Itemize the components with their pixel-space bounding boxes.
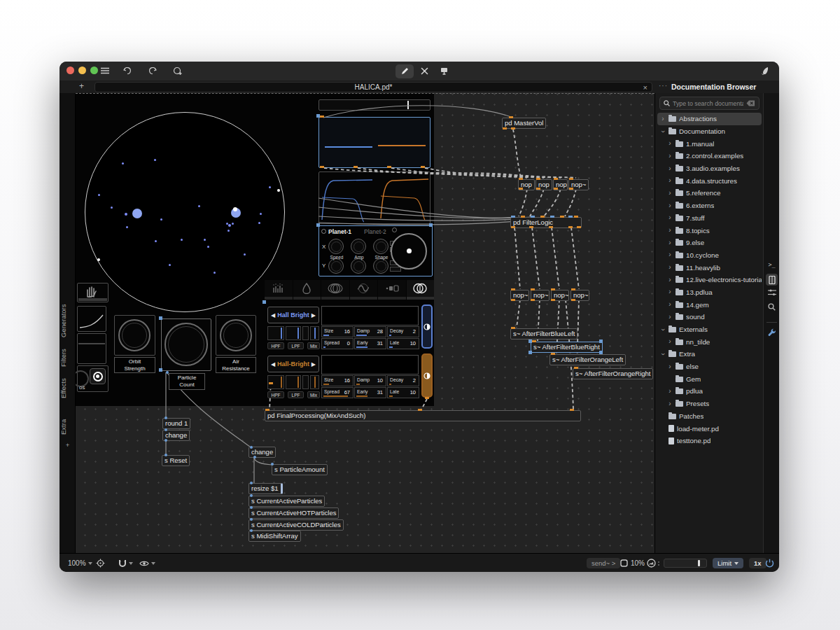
delay-boxes-icon[interactable]	[378, 280, 406, 300]
tree-item-8.topics[interactable]: ›8.topics	[657, 224, 762, 237]
tree-item-5.reference[interactable]: ›5.reference	[657, 187, 762, 200]
tree-item-testtone.pd[interactable]: testtone.pd	[657, 435, 762, 447]
palette-tab-add[interactable]: +	[59, 441, 76, 451]
object-send-currentactivecoldparticles[interactable]: s CurrentActiveCOLDParticles	[248, 519, 344, 531]
object-send-orangeright[interactable]: s~ AfterFilterOrangeRight	[573, 368, 653, 379]
tree-item-11.heavylib[interactable]: ›11.heavylib	[657, 261, 762, 274]
tree-item-else[interactable]: ›else	[657, 360, 762, 373]
param-spread[interactable]: Spread0	[321, 338, 354, 349]
center-canvas-icon[interactable]	[96, 554, 105, 572]
filter-button-lpf[interactable]: LPF	[288, 391, 304, 398]
bang-button[interactable]	[90, 368, 106, 384]
horizontal-slider[interactable]	[318, 99, 430, 111]
chevron-icon[interactable]: ›	[660, 129, 666, 134]
param-damp[interactable]: Damp28	[354, 326, 386, 337]
orbit-strength-knob-panel[interactable]	[114, 315, 155, 356]
dsp-power-icon[interactable]	[765, 554, 774, 572]
search-input[interactable]	[673, 100, 743, 107]
chevron-icon[interactable]: ›	[667, 190, 673, 196]
filter-slider-3[interactable]	[310, 375, 319, 389]
tree-item-Patches[interactable]: Patches	[657, 410, 762, 423]
wave-icon[interactable]	[350, 280, 378, 300]
tree-item-pdlua[interactable]: ›pdlua	[657, 385, 762, 398]
param-decay[interactable]: Decay2	[387, 326, 419, 337]
chevron-icon[interactable]: ›	[667, 277, 673, 283]
preset-next-icon[interactable]: ▶	[312, 312, 316, 318]
object-change-2[interactable]: change	[248, 447, 276, 458]
chevron-icon[interactable]: ›	[660, 351, 666, 357]
object-send-blueleft[interactable]: s~ AfterFilterBlueLeft	[510, 328, 578, 340]
array-graph-2[interactable]	[318, 172, 430, 224]
filter-button-hpf[interactable]: HPF	[267, 391, 284, 398]
console-icon[interactable]: >_	[764, 261, 779, 268]
tree-item-nn_tilde[interactable]: ›nn_tilde	[657, 335, 762, 348]
preset-prev-icon[interactable]: ◀	[271, 312, 275, 318]
preset-prev-icon[interactable]: ◀	[271, 361, 275, 368]
param-damp[interactable]: Damp10	[354, 375, 386, 386]
flat-line-panel[interactable]	[77, 333, 106, 364]
object-change-1[interactable]: change	[162, 430, 190, 441]
param-late[interactable]: Late10	[387, 387, 419, 398]
param-spread[interactable]: Spread67	[321, 387, 354, 398]
tree-item-sound[interactable]: ›sound	[657, 311, 762, 323]
planet2-label[interactable]: Planet-2	[364, 228, 386, 235]
wrench-icon-active[interactable]	[764, 328, 779, 337]
xy-pad[interactable]	[391, 233, 427, 270]
palette-tab-generators[interactable]: Generators	[59, 300, 76, 342]
minimize-window-button[interactable]	[78, 66, 86, 74]
chevron-icon[interactable]: ›	[667, 289, 673, 295]
tab-close-icon[interactable]: ×	[643, 83, 648, 92]
search-panel-icon[interactable]	[764, 303, 779, 311]
chevron-icon[interactable]: ›	[667, 227, 673, 233]
planet1-label[interactable]: Planet-1	[328, 228, 351, 235]
object-nop-4[interactable]: nop~	[568, 179, 589, 190]
tree-item-Documentation[interactable]: ›Documentation	[657, 125, 762, 138]
edit-mode-button[interactable]	[396, 64, 414, 78]
chevron-icon[interactable]: ›	[667, 265, 673, 270]
object-pd-finalprocessing[interactable]: pd FinalProcessing(MixAndSuch)	[265, 410, 581, 421]
air-resistance-knob-panel[interactable]	[216, 315, 256, 356]
object-nop2-1[interactable]: nop~	[510, 290, 529, 301]
chevron-icon[interactable]: ›	[667, 203, 673, 209]
chevron-icon[interactable]: ›	[667, 215, 673, 220]
object-send-reset[interactable]: s Reset	[162, 455, 190, 466]
filter-slider-2[interactable]	[302, 375, 309, 389]
object-nop-1[interactable]: nop	[518, 179, 535, 190]
object-nop2-3[interactable]: nop~	[551, 290, 569, 301]
send-symbol-badge[interactable]: send~ >	[587, 554, 620, 572]
tree-item-Presets[interactable]: ›Presets	[657, 398, 762, 410]
preset-next-icon[interactable]: ▶	[312, 361, 316, 368]
presentation-mode-button[interactable]	[435, 64, 453, 78]
palette-tab-effects[interactable]: Effects	[59, 374, 76, 402]
tree-item-Gem[interactable]: Gem	[657, 372, 762, 385]
tree-item-12.live-electronics-tutorial[interactable]: ›12.live-electronics-tutorial	[657, 274, 762, 286]
palette-tab-extra[interactable]: Extra	[59, 417, 76, 437]
tree-item-9.else[interactable]: ›9.else	[657, 237, 762, 249]
param-decay[interactable]: Decay2	[387, 375, 419, 386]
drop-icon[interactable]	[293, 280, 321, 300]
object-send-orangeleft[interactable]: s~ AfterFilterOrangeLeft	[550, 354, 626, 365]
param-size[interactable]: Size16	[321, 326, 354, 337]
planet2-toggle[interactable]	[392, 227, 397, 232]
chevron-icon[interactable]: ›	[660, 327, 666, 332]
reverb2-wet-slider[interactable]	[421, 354, 433, 398]
chevron-icon[interactable]: ›	[667, 240, 673, 246]
theme-brush-icon[interactable]	[760, 64, 771, 77]
x-shape-knob[interactable]	[373, 239, 388, 254]
object-pd-mastervol[interactable]: pd MasterVol	[502, 118, 546, 129]
object-nop2-2[interactable]: nop~	[531, 290, 550, 301]
object-send-midishiftarray[interactable]: s MidiShiftArray	[248, 531, 301, 542]
snap-magnet-dropdown[interactable]	[118, 554, 133, 572]
overlay-eye-dropdown[interactable]	[139, 554, 155, 572]
x-amp-knob[interactable]	[351, 239, 366, 254]
tree-item-3.audio.examples[interactable]: ›3.audio.examples	[657, 162, 762, 175]
tree-item-7.stuff[interactable]: ›7.stuff	[657, 212, 762, 225]
object-send-currentactivehotparticles[interactable]: s CurrentActiveHOTParticles	[248, 507, 339, 519]
reverb1-preset-selector[interactable]: ◀ Hall Bright ▶	[267, 307, 319, 323]
y-amp-knob[interactable]	[351, 258, 366, 274]
message-resize[interactable]: resize $1	[248, 483, 283, 494]
filter-slider-2[interactable]	[302, 326, 309, 340]
tree-item-Extra[interactable]: ›Extra	[657, 348, 762, 360]
reverb2-preset-selector[interactable]: ◀ Hall-Bright ▶	[267, 356, 319, 372]
volume-slider[interactable]	[664, 559, 707, 568]
